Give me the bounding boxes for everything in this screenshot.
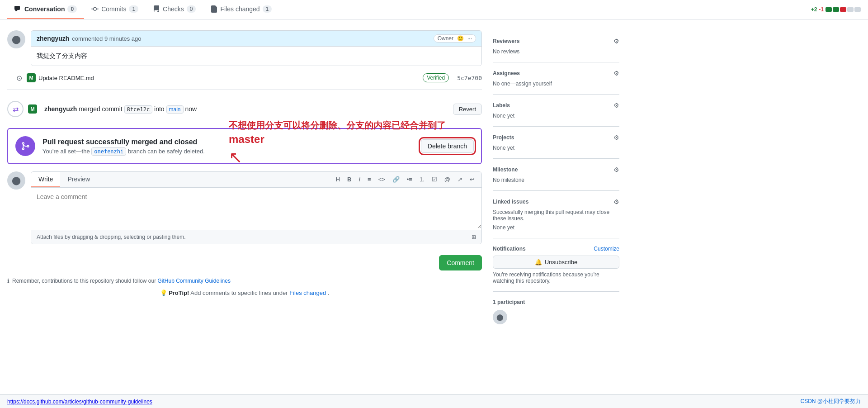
lightbulb-icon: 💡 [160, 289, 167, 296]
comment-form: ⬤ Write Preview H B I ≡ <> 🔗 •≡ [7, 171, 482, 244]
sidebar-projects: Projects ⚙ None yet [493, 127, 619, 159]
smiley-icon[interactable]: 🙂 [457, 35, 464, 42]
content-area: ⬤ zhengyuzh commented 9 minutes ago Owne… [7, 30, 482, 332]
remember-prefix: Remember, contributions to this reposito… [12, 278, 156, 284]
diff-bar-2 [833, 7, 839, 12]
diff-bar-4 [847, 7, 854, 12]
toolbar-unordered-list[interactable]: •≡ [405, 175, 415, 184]
merge-repo-badge: M [28, 104, 37, 114]
tab-checks[interactable]: Checks 0 [146, 0, 203, 19]
sidebar-assignees: Assignees ⚙ No one—assign yourself [493, 62, 619, 95]
toolbar-list[interactable]: ≡ [365, 175, 373, 184]
commit-row: ⊙ M Update README.md Verified 5c7e700 [16, 73, 482, 82]
verified-badge: Verified [423, 73, 449, 82]
tab-commits-label: Commits [101, 5, 126, 13]
diff-bar-5 [854, 7, 861, 12]
reviewers-value: No reviews [493, 48, 619, 55]
toolbar-italic[interactable]: I [356, 175, 363, 184]
merged-banner: Pull request successfully merged and clo… [7, 128, 482, 164]
participants-title: 1 participant [493, 299, 619, 305]
delete-branch-button[interactable]: Delete branch [421, 139, 474, 153]
notifications-customize-link[interactable]: Customize [594, 246, 619, 252]
milestone-value: No milestone [493, 177, 619, 183]
comment-body: 我提交了分支内容 [31, 47, 481, 66]
tab-commits[interactable]: Commits 1 [84, 0, 146, 19]
remember-text: ℹ Remember, contributions to this reposi… [7, 278, 482, 284]
linked-issues-gear-icon[interactable]: ⚙ [613, 198, 619, 205]
participant-avatar[interactable]: ⬤ [493, 310, 507, 324]
toolbar-bold[interactable]: B [345, 175, 354, 184]
commits-icon [91, 5, 99, 13]
projects-value: None yet [493, 145, 619, 151]
labels-gear-icon[interactable]: ⚙ [613, 102, 619, 109]
toolbar-ordered-list[interactable]: 1. [417, 175, 427, 184]
more-options-icon[interactable]: ··· [467, 35, 472, 42]
merge-commit-hash[interactable]: 8fce12c [124, 105, 153, 114]
tab-checks-badge: 0 [187, 5, 196, 13]
milestone-header: Milestone ⚙ [493, 166, 619, 173]
commit-action-link[interactable]: Update README.md [38, 75, 94, 81]
form-tabs: Write Preview H B I ≡ <> 🔗 •≡ 1. ☑ [31, 172, 481, 188]
tab-commits-badge: 1 [129, 5, 138, 13]
sidebar: Reviewers ⚙ No reviews Assignees ⚙ No on… [493, 30, 619, 332]
repo-icon: M [27, 73, 36, 82]
notifications-title: Notifications [493, 246, 526, 252]
merger-username[interactable]: zhengyuzh [44, 105, 77, 113]
protip-label: ProTip! [169, 289, 189, 296]
linked-issues-description: Successfully merging this pull request m… [493, 209, 619, 222]
tab-conversation[interactable]: Conversation 0 [7, 0, 84, 19]
tab-files-changed[interactable]: Files changed 1 [203, 0, 279, 19]
sidebar-reviewers: Reviewers ⚙ No reviews [493, 30, 619, 62]
merge-row: ⇄ M zhengyuzh merged commit 8fce12c into… [7, 97, 482, 121]
projects-gear-icon[interactable]: ⚙ [613, 134, 619, 141]
markdown-icon: ⊞ [472, 234, 476, 240]
unsubscribe-label: Unsubscribe [545, 259, 577, 266]
tab-write[interactable]: Write [31, 172, 60, 187]
revert-button[interactable]: Revert [453, 104, 482, 115]
merge-target-branch[interactable]: main [166, 105, 184, 114]
milestone-gear-icon[interactable]: ⚙ [613, 166, 619, 173]
comment-text: 我提交了分支内容 [37, 52, 87, 59]
protip-files-changed-link[interactable]: Files changed [289, 289, 326, 296]
toolbar-code[interactable]: <> [376, 175, 387, 184]
commit-repo-icon: M Update README.md [27, 73, 94, 82]
merge-icon: ⇄ [7, 101, 24, 117]
form-toolbar: H B I ≡ <> 🔗 •≡ 1. ☑ @ ↗ ↩ [329, 172, 481, 187]
owner-badge: Owner 🙂 ··· [434, 34, 476, 43]
toolbar-heading[interactable]: H [334, 175, 342, 184]
merge-time: now [185, 105, 197, 113]
comment-submit-button[interactable]: Comment [439, 255, 482, 270]
toolbar-mention[interactable]: @ [442, 175, 453, 184]
reviewers-gear-icon[interactable]: ⚙ [613, 38, 619, 45]
assignees-gear-icon[interactable]: ⚙ [613, 70, 619, 77]
toolbar-task-list[interactable]: ☑ [429, 175, 439, 184]
comment-content-box: zhengyuzh commented 9 minutes ago Owner … [31, 30, 482, 66]
comment-textarea[interactable] [31, 188, 481, 228]
tab-checks-label: Checks [163, 5, 184, 13]
owner-label: Owner [438, 35, 453, 42]
community-guidelines-link[interactable]: GitHub Community Guidelines [158, 278, 231, 284]
diff-bar-3 [840, 7, 846, 12]
watching-text: You're receiving notifications because y… [493, 271, 619, 284]
files-icon [210, 5, 217, 13]
protip: 💡 ProTip! Add comments to specific lines… [7, 289, 482, 296]
toolbar-ref[interactable]: ↗ [455, 175, 465, 184]
labels-title: Labels [493, 102, 510, 109]
unsubscribe-button[interactable]: 🔔 Unsubscribe [493, 256, 619, 269]
diff-stat: +2 -1 [811, 6, 861, 13]
tab-preview[interactable]: Preview [60, 172, 97, 187]
tab-files-changed-badge: 1 [263, 5, 272, 13]
merged-icon [15, 136, 35, 156]
labels-value: None yet [493, 113, 619, 119]
info-icon: ℹ [7, 278, 9, 284]
sidebar-participants: 1 participant ⬤ [493, 292, 619, 332]
sidebar-milestone: Milestone ⚙ No milestone [493, 159, 619, 191]
commit-hash[interactable]: 5c7e700 [457, 75, 482, 81]
toolbar-link[interactable]: 🔗 [390, 175, 402, 184]
merged-section: Pull request successfully merged and clo… [7, 128, 482, 164]
conversation-icon [14, 5, 22, 13]
toolbar-undo[interactable]: ↩ [467, 175, 477, 184]
sidebar-notifications: Notifications Customize 🔔 Unsubscribe Yo… [493, 238, 619, 292]
merge-text: zhengyuzh merged commit 8fce12c into mai… [44, 105, 448, 113]
commenter-username[interactable]: zhengyuzh [37, 35, 69, 42]
